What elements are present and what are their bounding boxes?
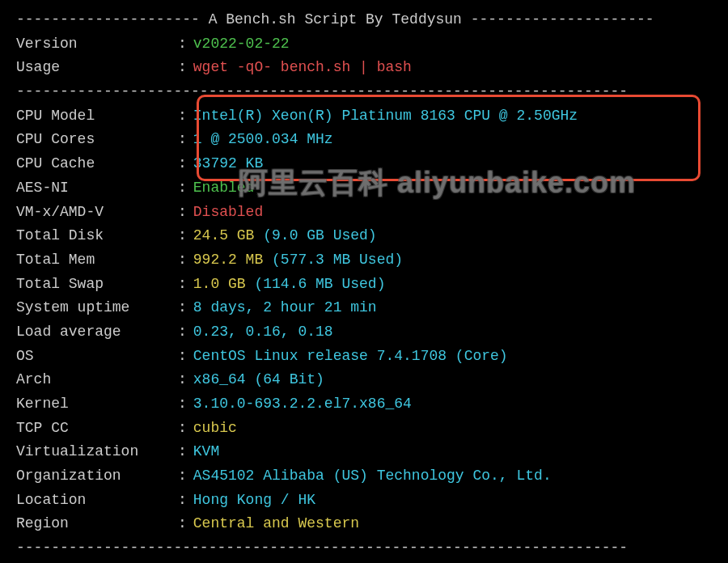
value-swap: 1.0 GB [193,276,246,292]
value-os: CentOS Linux release 7.4.1708 (Core) [193,345,508,369]
value-loc: Hong Kong / HK [193,489,315,513]
header-title-line: --------------------- A Bench.sh Script … [16,8,712,32]
row-virt: Virtualization:KVM [16,440,712,464]
row-version: Version:v2022-02-22 [16,32,712,57]
value-cpu-cores: 1 @ 2500.034 MHz [193,128,333,152]
value-cpu-model: Intel(R) Xeon(R) Platinum 8163 CPU @ 2.5… [193,104,578,129]
value-disk-used: (9.0 GB Used) [263,227,376,243]
value-org: AS45102 Alibaba (US) Technology Co., Ltd… [193,464,552,489]
label-mem: Total Mem [16,248,178,273]
label-org: Organization [16,464,178,489]
row-usage: Usage:wget -qO- bench.sh | bash [16,56,712,80]
value-mem-used: (577.3 MB Used) [272,252,403,268]
value-region: Central and Western [193,512,359,536]
label-cpu-model: CPU Model [16,104,178,129]
row-region: Region:Central and Western [16,512,712,536]
value-virt: KVM [193,440,219,464]
label-swap: Total Swap [16,273,178,297]
row-disk: Total Disk:24.5 GB (9.0 GB Used) [16,224,712,248]
row-aes: AES-NI:Enabled [16,176,712,201]
row-swap: Total Swap:1.0 GB (114.6 MB Used) [16,273,712,297]
row-cpu-cache: CPU Cache:33792 KB [16,152,712,176]
divider-line-bottom: ----------------------------------------… [16,536,712,561]
value-kernel: 3.10.0-693.2.2.el7.x86_64 [193,392,412,417]
value-usage: wget -qO- bench.sh | bash [193,56,412,80]
value-disk: 24.5 GB [193,227,255,243]
value-cpu-cache: 33792 KB [193,152,263,176]
label-load: Load average [16,320,178,345]
divider-line: ----------------------------------------… [16,80,712,104]
row-os: OS:CentOS Linux release 7.4.1708 (Core) [16,345,712,369]
row-uptime: System uptime:8 days, 2 hour 21 min [16,296,712,320]
row-vmx: VM-x/AMD-V:Disabled [16,201,712,225]
row-tcpcc: TCP CC:cubic [16,417,712,441]
label-tcpcc: TCP CC [16,417,178,441]
row-cpu-cores: CPU Cores:1 @ 2500.034 MHz [16,128,712,152]
value-arch: x86_64 (64 Bit) [193,368,324,392]
row-arch: Arch:x86_64 (64 Bit) [16,368,712,392]
value-aes: Enabled [193,176,255,201]
label-cpu-cores: CPU Cores [16,128,178,152]
value-vmx: Disabled [193,201,263,225]
label-uptime: System uptime [16,296,178,320]
value-version: v2022-02-22 [193,32,290,57]
label-virt: Virtualization [16,440,178,464]
row-mem: Total Mem:992.2 MB (577.3 MB Used) [16,248,712,273]
label-arch: Arch [16,368,178,392]
row-load: Load average:0.23, 0.16, 0.18 [16,320,712,345]
label-aes: AES-NI [16,176,178,201]
value-uptime: 8 days, 2 hour 21 min [193,296,377,320]
label-disk: Total Disk [16,224,178,248]
label-cpu-cache: CPU Cache [16,152,178,176]
label-version: Version [16,32,178,57]
label-os: OS [16,345,178,369]
row-cpu-model: CPU Model:Intel(R) Xeon(R) Platinum 8163… [16,104,712,129]
label-vmx: VM-x/AMD-V [16,201,178,225]
value-load: 0.23, 0.16, 0.18 [193,320,333,345]
value-tcpcc: cubic [193,417,237,441]
label-loc: Location [16,489,178,513]
row-org: Organization:AS45102 Alibaba (US) Techno… [16,464,712,489]
label-region: Region [16,512,178,536]
row-kernel: Kernel:3.10.0-693.2.2.el7.x86_64 [16,392,712,417]
label-kernel: Kernel [16,392,178,417]
value-swap-used: (114.6 MB Used) [254,276,385,292]
label-usage: Usage [16,56,178,80]
script-title: A Bench.sh Script By Teddysun [209,11,462,28]
row-loc: Location:Hong Kong / HK [16,489,712,513]
value-mem: 992.2 MB [193,252,263,268]
